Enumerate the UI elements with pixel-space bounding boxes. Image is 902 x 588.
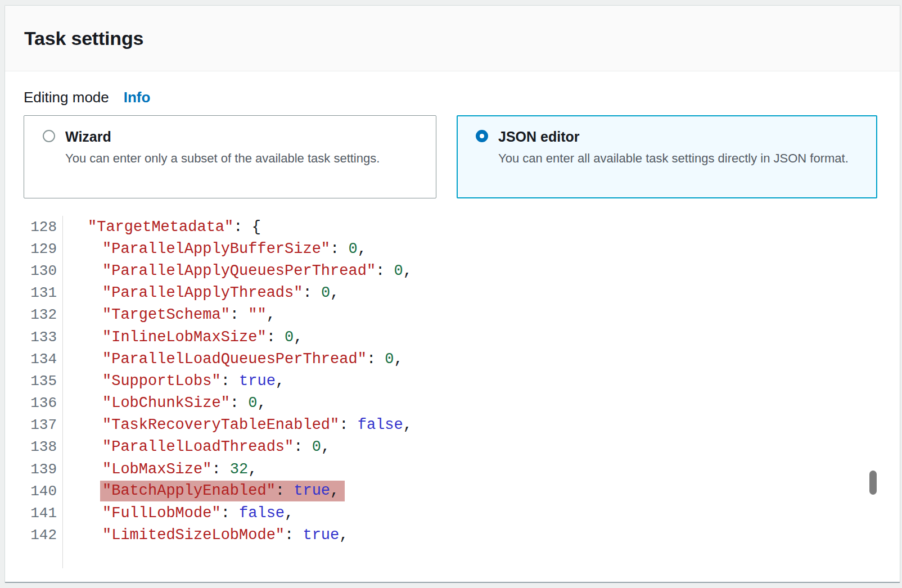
json-colon: :	[285, 527, 303, 544]
code-line[interactable]: 136 "LobChunkSize": 0,	[5, 392, 900, 414]
line-number: 138	[5, 438, 57, 455]
json-comma: ,	[276, 373, 285, 390]
json-key: "LobMaxSize"	[102, 461, 211, 478]
code-line[interactable]: 128 "TargetMetadata": {	[5, 216, 900, 238]
json-value: true	[294, 482, 330, 499]
json-value: 0	[394, 263, 403, 279]
line-number: 131	[5, 284, 57, 301]
code-line[interactable]: 132 "TargetSchema": "",	[5, 304, 900, 326]
json-key: "TaskRecoveryTableEnabled"	[102, 417, 339, 433]
json-value: false	[239, 505, 285, 522]
line-number: 139	[5, 461, 57, 478]
code-line[interactable]: 139 "LobMaxSize": 32,	[5, 458, 900, 480]
json-comma: ,	[339, 527, 348, 544]
option-card-json-editor[interactable]: JSON editor You can enter all available …	[457, 115, 877, 198]
line-number: 142	[5, 527, 57, 544]
code-line[interactable]: 142 "LimitedSizeLobMode": true,	[5, 524, 900, 546]
json-value: 32	[230, 461, 248, 478]
line-number: 133	[5, 329, 57, 346]
json-key: "BatchApplyEnabled"	[102, 482, 276, 499]
json-comma: ,	[330, 482, 339, 499]
task-settings-panel: Task settings Editing mode Info Wizard Y…	[4, 5, 900, 583]
editing-mode-options: Wizard You can enter only a subset of th…	[24, 115, 881, 198]
code-line-content[interactable]: "FullLobMode": false,	[62, 502, 900, 524]
panel-content: Editing mode Info Wizard You can enter o…	[5, 89, 900, 198]
editing-mode-label: Editing mode	[24, 89, 109, 106]
code-line-content[interactable]: "TargetMetadata": {	[62, 216, 900, 238]
json-key: "ParallelLoadThreads"	[102, 438, 294, 455]
code-line-content[interactable]: "TargetSchema": "",	[62, 304, 900, 326]
code-line[interactable]: 131 "ParallelApplyThreads": 0,	[5, 282, 900, 304]
line-number: 134	[5, 351, 57, 368]
code-line-content[interactable]: "TaskRecoveryTableEnabled": false,	[62, 414, 900, 436]
json-value: {	[252, 219, 261, 236]
json-colon: :	[221, 373, 239, 390]
line-number: 137	[5, 417, 57, 433]
radio-wizard[interactable]	[43, 130, 55, 142]
line-number: 132	[5, 306, 57, 323]
json-value: 0	[285, 329, 294, 346]
json-value: 0	[348, 241, 357, 257]
option-card-wizard[interactable]: Wizard You can enter only a subset of th…	[24, 115, 436, 198]
json-colon: :	[267, 329, 285, 346]
option-description: You can enter all available task setting…	[498, 150, 849, 167]
code-line[interactable]: 138 "ParallelLoadThreads": 0,	[5, 436, 900, 458]
json-key: "FullLobMode"	[102, 505, 221, 522]
option-description: You can enter only a subset of the avail…	[65, 150, 380, 167]
line-number: 141	[5, 505, 57, 522]
json-key: "ParallelApplyBufferSize"	[102, 241, 330, 257]
json-colon: :	[276, 482, 294, 499]
code-line-content[interactable]: "SupportLobs": true,	[62, 370, 900, 392]
json-key: "InlineLobMaxSize"	[102, 329, 267, 346]
code-line[interactable]: 130 "ParallelApplyQueuesPerThread": 0,	[5, 260, 900, 282]
json-value: 0	[312, 438, 321, 455]
code-line[interactable]: 137 "TaskRecoveryTableEnabled": false,	[5, 414, 900, 436]
json-comma: ,	[358, 241, 367, 257]
option-label: JSON editor	[498, 128, 849, 145]
code-line-content[interactable]: "LobMaxSize": 32,	[62, 458, 900, 480]
json-comma: ,	[394, 351, 403, 368]
option-label: Wizard	[65, 128, 380, 145]
page-title: Task settings	[24, 28, 143, 49]
code-line-content[interactable]: "BatchApplyEnabled": true,	[62, 480, 900, 502]
editor-scrollbar-thumb[interactable]	[869, 471, 877, 495]
code-line-content[interactable]: "InlineLobMaxSize": 0,	[62, 326, 900, 348]
code-line-content[interactable]: "ParallelApplyQueuesPerThread": 0,	[62, 260, 900, 282]
json-value: 0	[248, 395, 257, 411]
json-comma: ,	[403, 417, 412, 433]
json-comma: ,	[330, 284, 339, 301]
json-comma: ,	[294, 329, 303, 346]
code-line-content[interactable]: "ParallelApplyBufferSize": 0,	[62, 238, 900, 260]
json-colon: :	[303, 284, 321, 301]
code-line[interactable]: 141 "FullLobMode": false,	[5, 502, 900, 524]
json-colon: :	[221, 505, 239, 522]
json-code-editor[interactable]: 128 "TargetMetadata": { 129 "ParallelApp…	[5, 216, 900, 568]
json-value: true	[239, 373, 276, 390]
json-value: ""	[248, 306, 266, 323]
code-line[interactable]: 133 "InlineLobMaxSize": 0,	[5, 326, 900, 348]
code-line-content[interactable]: "ParallelLoadThreads": 0,	[62, 436, 900, 458]
code-line-content[interactable]: "LimitedSizeLobMode": true,	[62, 524, 900, 546]
json-colon: :	[339, 417, 357, 433]
json-colon: :	[367, 351, 385, 368]
json-colon: :	[230, 306, 248, 323]
code-line[interactable]: 134 "ParallelLoadQueuesPerThread": 0,	[5, 348, 900, 370]
radio-json-editor[interactable]	[476, 130, 488, 142]
line-number: 129	[5, 241, 57, 257]
code-line[interactable]: 135 "SupportLobs": true,	[5, 370, 900, 392]
json-colon: :	[294, 438, 312, 455]
json-comma: ,	[248, 461, 257, 478]
json-colon: :	[211, 461, 229, 478]
code-line-content[interactable]: "ParallelApplyThreads": 0,	[62, 282, 900, 304]
info-link[interactable]: Info	[124, 89, 151, 106]
code-line[interactable]: 129 "ParallelApplyBufferSize": 0,	[5, 238, 900, 260]
code-line-content[interactable]: "ParallelLoadQueuesPerThread": 0,	[62, 348, 900, 370]
line-number: 140	[5, 483, 57, 500]
code-line-content[interactable]	[62, 546, 900, 568]
json-comma: ,	[321, 438, 330, 455]
option-text-wizard: Wizard You can enter only a subset of th…	[65, 128, 380, 167]
code-line[interactable]	[5, 546, 900, 568]
code-line-content[interactable]: "LobChunkSize": 0,	[62, 392, 900, 414]
code-line[interactable]: 140 "BatchApplyEnabled": true,	[5, 480, 900, 502]
line-number: 128	[5, 219, 57, 236]
